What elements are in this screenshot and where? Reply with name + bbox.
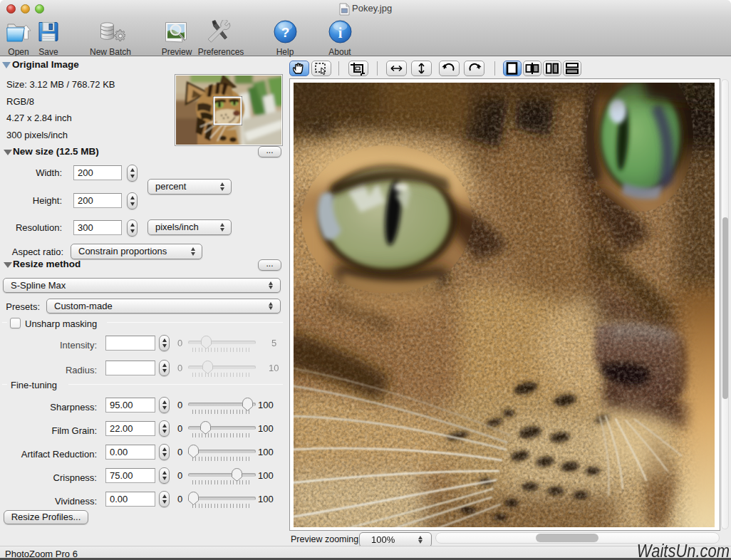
svg-text:i: i [338, 25, 343, 41]
svg-text:?: ? [281, 25, 290, 40]
